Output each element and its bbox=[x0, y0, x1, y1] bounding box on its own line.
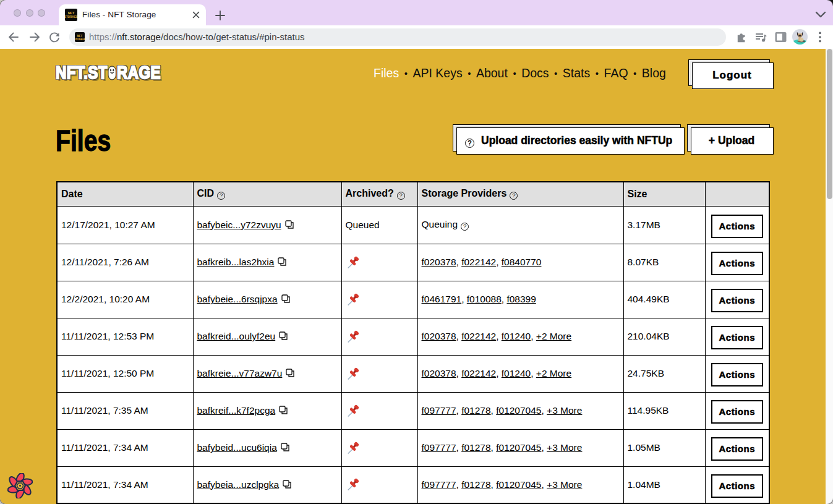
svg-text:STORAGE: STORAGE bbox=[75, 38, 85, 41]
svg-text:NFT: NFT bbox=[68, 11, 75, 15]
svg-text:STORAGE: STORAGE bbox=[65, 15, 77, 19]
svg-text:NFT: NFT bbox=[77, 35, 83, 38]
